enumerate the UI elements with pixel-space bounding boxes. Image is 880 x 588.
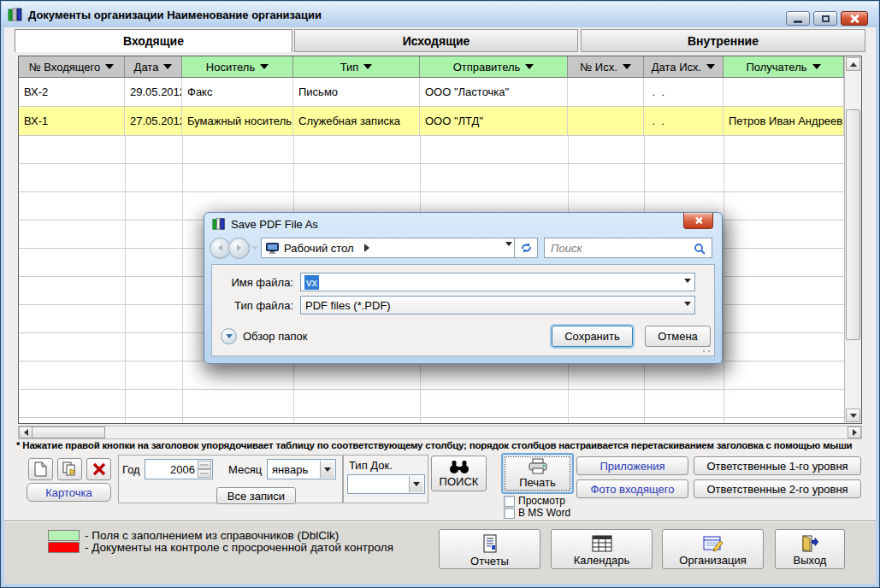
card-button[interactable]: Карточка [27,483,111,502]
sort-caret-icon [623,64,631,69]
sort-caret-icon [260,64,269,69]
sort-caret-icon [525,64,534,69]
green-swatch [48,530,80,541]
responsible-level2-button[interactable]: Ответственные 2-го уровня [694,479,861,498]
new-document-button[interactable] [28,458,53,480]
arrow-up-icon [850,62,857,67]
red-swatch [48,542,80,553]
sort-caret-icon [363,64,372,69]
year-down-button[interactable] [198,469,211,478]
year-value: 2006 [170,463,195,476]
scroll-right-button[interactable] [848,426,861,438]
organization-button[interactable]: Организация [662,529,764,569]
filetype-label: Тип файла: [212,299,300,312]
month-select[interactable]: январь [267,459,336,479]
year-up-button[interactable] [198,461,211,469]
column-header-outgoing-number[interactable]: № Исх. [568,56,644,78]
exit-door-icon [800,535,819,552]
resize-grip[interactable] [701,344,712,354]
binoculars-icon [449,460,470,474]
arrow-down-icon [850,414,857,418]
delete-document-button[interactable] [86,458,111,480]
save-button[interactable]: Сохранить [552,326,633,347]
dialog-close-button[interactable] [683,213,713,229]
msword-checkbox[interactable]: В MS Word [504,507,570,519]
column-header-date[interactable]: Дата [125,56,182,78]
sort-caret-icon [812,64,821,69]
exit-button[interactable]: Выход [775,529,845,569]
horizontal-scroll-thumb[interactable] [32,426,105,438]
vertical-scroll-thumb[interactable] [846,109,860,340]
report-icon [481,534,499,553]
browse-folders-button[interactable]: Обзор папок [221,328,307,344]
dialog-books-icon [212,217,226,231]
table-row-selected[interactable]: ВХ-1 27.05.2012 Бумажный носитель Служеб… [19,107,844,136]
chevron-down-icon[interactable] [505,242,512,246]
bottom-panel: - Поля с заполнением из справочников (Db… [4,520,876,584]
reports-button[interactable]: Отчеты [439,529,540,569]
refresh-button[interactable] [515,238,538,258]
copy-document-button[interactable] [57,458,82,480]
scroll-up-button[interactable] [846,57,860,71]
new-document-icon [34,462,47,477]
app-books-icon [8,7,23,22]
window-title: Документы организации Наименование орган… [28,9,322,21]
vertical-scrollbar[interactable] [844,56,861,423]
dialog-navigation-bar: Рабочий стол Поиск [210,234,717,262]
scroll-down-button[interactable] [846,409,860,422]
column-header-recipient[interactable]: Получатель [723,56,844,78]
search-button[interactable]: ПОИСК [431,456,487,491]
horizontal-scrollbar[interactable] [18,426,862,439]
filename-input[interactable]: vx [300,273,695,291]
responsible-level1-button[interactable]: Ответственные 1-го уровня [694,456,861,475]
sorting-hint-note: * Нажатие правой кнопки на заголовок упо… [16,440,852,450]
breadcrumb-arrow-icon [364,244,369,252]
filetype-select[interactable]: PDF files (*.PDF) [300,296,695,315]
app-window: Документы организации Наименование орган… [0,0,880,588]
column-header-incoming-number[interactable]: № Входящего [19,56,125,78]
tab-outgoing[interactable]: Исходящие [294,29,578,52]
print-button[interactable]: Печать [501,453,574,494]
column-header-type[interactable]: Тип [293,56,420,78]
calendar-button[interactable]: Календарь [551,529,653,569]
doc-type-select[interactable] [347,474,425,494]
delete-x-icon [92,462,106,476]
search-input[interactable]: Поиск [544,238,712,258]
tab-bar: Входящие Исходящие Внутренние [15,29,865,52]
sort-caret-icon [706,64,715,69]
doc-type-label: Тип Док. [349,459,393,472]
chevron-down-icon [409,476,423,492]
chevron-down-icon[interactable] [684,279,691,283]
maximize-button[interactable] [813,11,837,26]
desktop-icon [266,243,279,254]
tab-incoming[interactable]: Входящие [15,29,292,52]
minimize-button[interactable] [786,11,810,26]
year-stepper[interactable]: 2006 [145,459,213,479]
close-icon [850,15,859,23]
scroll-left-button[interactable] [19,426,32,438]
close-icon [695,217,702,224]
legend-item-red: - Документы на контроле с просроченной д… [48,541,393,554]
breadcrumb[interactable]: Рабочий стол [261,238,515,258]
all-records-button[interactable]: Все записи [216,487,296,504]
preview-checkbox[interactable]: Просмотр [504,495,565,507]
chevron-down-icon [320,461,334,478]
column-header-medium[interactable]: Носитель [182,56,293,78]
tab-internal[interactable]: Внутренние [581,29,865,52]
filename-label: Имя файла: [212,276,300,289]
incoming-photo-button[interactable]: Фото входящего [576,479,688,498]
history-chevron-icon[interactable] [251,246,258,250]
arrow-up-icon [200,464,209,465]
search-icon [694,243,706,255]
filename-value: vx [304,275,319,290]
refresh-icon [520,242,533,254]
column-header-sender[interactable]: Отправитель [420,56,568,78]
minimize-icon [794,21,802,23]
table-row[interactable]: ВХ-2 29.05.2012 Факс Письмо ООО "Ласточк… [19,78,844,107]
column-header-outgoing-date[interactable]: Дата Исх. [644,56,723,78]
close-button[interactable] [841,11,868,26]
forward-button[interactable] [228,238,250,259]
attachments-button[interactable]: Приложения [576,456,688,475]
dialog-title: Save PDF File As [231,218,318,231]
arrow-left-icon [218,244,222,251]
